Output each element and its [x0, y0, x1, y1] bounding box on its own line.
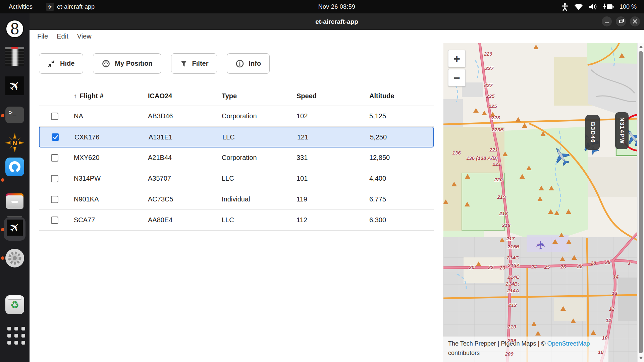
close-button[interactable] [630, 16, 640, 26]
scroll-down-arrow[interactable] [639, 357, 643, 359]
filter-button-label: Filter [192, 60, 209, 67]
dock: 8 ✈ >_ N ✈ ♻ [0, 13, 30, 362]
cell-altitude: 12,850 [369, 154, 434, 162]
cell-altitude: 6,775 [369, 195, 434, 203]
cell-altitude: 6,300 [369, 216, 434, 224]
window-content: Hide My Position Filter Info ↑ Fl [30, 43, 644, 362]
row-checkbox-cell [39, 113, 74, 120]
clock[interactable]: Nov 26 08:59 [30, 0, 644, 13]
aircraft-label-chip[interactable]: N314PW [615, 112, 629, 149]
dock-item-airplane-icon[interactable]: ✈ [5, 76, 24, 95]
table-row[interactable]: N314PWA35707LLC1014,400 [39, 168, 434, 189]
row-checkbox-cell [39, 175, 74, 182]
header-type[interactable]: Type [222, 92, 297, 100]
minimize-button[interactable] [602, 16, 612, 26]
top-bar: Activities ✈ et-aircraft-app Nov 26 08:5… [0, 0, 644, 13]
info-button[interactable]: Info [227, 53, 270, 74]
dock-item-settings-gear-icon[interactable] [5, 249, 24, 267]
dock-item-terminal-icon[interactable]: >_ [5, 107, 24, 123]
openstreetmap-link[interactable]: OpenStreetMap [547, 340, 590, 347]
cell-type: LLC [222, 133, 297, 141]
dock-item-trash-icon[interactable]: ♻ [5, 295, 24, 314]
my-position-button[interactable]: My Position [93, 53, 161, 74]
window-titlebar[interactable]: et-aircraft-app [30, 13, 644, 30]
dock-item-compass-icon[interactable]: N [5, 133, 24, 152]
accessibility-icon[interactable] [561, 3, 569, 11]
window-title: et-aircraft-app [30, 13, 644, 30]
table-row[interactable]: N901KAAC73C5Individual1196,775 [39, 189, 434, 210]
row-checkbox[interactable] [51, 175, 58, 182]
table-row[interactable]: CXK176A131E1LLC1215,250 [39, 127, 434, 147]
cell-flight: SCA77 [74, 216, 148, 224]
collapse-arrows-icon [48, 60, 56, 68]
header-speed[interactable]: Speed [297, 92, 369, 100]
cell-type: Individual [222, 195, 297, 203]
crosshair-icon [102, 59, 110, 68]
cell-icao24: AC73C5 [148, 195, 222, 203]
flight-table-header: ↑ Flight # ICAO24 Type Speed Altitude [39, 86, 434, 106]
map[interactable]: ✈ [443, 43, 637, 362]
maximize-button[interactable] [616, 16, 626, 26]
info-circle-icon [235, 59, 244, 68]
cell-altitude: 5,125 [369, 112, 434, 120]
scrollbar-thumb[interactable] [639, 51, 643, 353]
zoom-out-button[interactable]: − [448, 69, 466, 86]
cell-altitude: 5,250 [370, 133, 433, 141]
dock-item-blue-ring-icon[interactable] [5, 158, 24, 176]
row-checkbox[interactable] [51, 217, 58, 224]
battery-charging-icon[interactable] [602, 3, 614, 10]
row-checkbox[interactable] [51, 113, 58, 120]
row-checkbox[interactable] [52, 133, 59, 141]
scroll-up-arrow[interactable] [639, 46, 643, 48]
cell-icao24: AA80E4 [148, 216, 222, 224]
row-checkbox-cell [40, 133, 74, 141]
airplane-icon: ✈ [7, 220, 23, 236]
cell-type: Corporation [222, 112, 297, 120]
menu-view[interactable]: View [73, 32, 95, 41]
cell-type: Corporation [222, 154, 297, 162]
map-attribution: The Tech Prepper | Pigeon Maps | © OpenS… [443, 337, 608, 362]
running-indicator-dot [1, 178, 4, 182]
toolbar: Hide My Position Filter Info [39, 53, 270, 74]
hide-button[interactable]: Hide [39, 53, 83, 74]
dock-item-waterfall-icon[interactable] [5, 47, 24, 66]
dock-item-eight-ball-icon[interactable]: 8 [5, 19, 24, 38]
hide-button-label: Hide [60, 60, 74, 67]
row-checkbox[interactable] [51, 196, 58, 203]
flight-table: ↑ Flight # ICAO24 Type Speed Altitude NA… [39, 86, 434, 231]
cell-altitude: 4,400 [369, 175, 434, 182]
header-flight[interactable]: ↑ Flight # [74, 92, 148, 100]
row-checkbox[interactable] [51, 154, 58, 162]
sort-ascending-icon: ↑ [74, 93, 77, 100]
filter-button[interactable]: Filter [171, 53, 217, 74]
cell-icao24: AB3D46 [148, 112, 222, 120]
vertical-scrollbar[interactable] [637, 43, 644, 362]
zoom-in-button[interactable]: + [448, 50, 466, 67]
wifi-icon[interactable] [574, 3, 583, 10]
table-row[interactable]: MXY620A21B44Corporation33112,850 [39, 147, 434, 168]
show-applications-button[interactable] [7, 327, 25, 345]
header-icao24[interactable]: ICAO24 [148, 92, 222, 100]
cell-flight: MXY620 [74, 154, 148, 162]
cell-flight: N314PW [74, 175, 148, 182]
menu-bar: File Edit View [30, 30, 644, 43]
dock-item-aircraft-app-active[interactable]: ✈ [4, 217, 25, 241]
cell-type: LLC [222, 175, 297, 182]
flight-table-body: NAAB3D46Corporation1025,125 CXK176A131E1… [39, 106, 434, 231]
row-checkbox-cell [39, 196, 74, 203]
dock-item-files-icon[interactable] [5, 192, 24, 211]
my-position-button-label: My Position [115, 60, 152, 67]
menu-edit[interactable]: Edit [53, 32, 72, 41]
cell-icao24: A21B44 [148, 154, 222, 162]
header-altitude[interactable]: Altitude [369, 92, 434, 100]
svg-text:✈: ✈ [534, 240, 548, 250]
cell-speed: 102 [297, 112, 369, 120]
running-indicator-dot [1, 114, 4, 117]
running-indicator-dot [1, 256, 4, 260]
table-row[interactable]: NAAB3D46Corporation1025,125 [39, 106, 434, 127]
table-row[interactable]: SCA77AA80E4LLC1126,300 [39, 210, 434, 231]
menu-file[interactable]: File [34, 32, 52, 41]
battery-percent-label: 100 % [620, 3, 637, 10]
aircraft-label-chip[interactable]: B3D46 [585, 115, 600, 150]
volume-icon[interactable] [589, 3, 597, 10]
